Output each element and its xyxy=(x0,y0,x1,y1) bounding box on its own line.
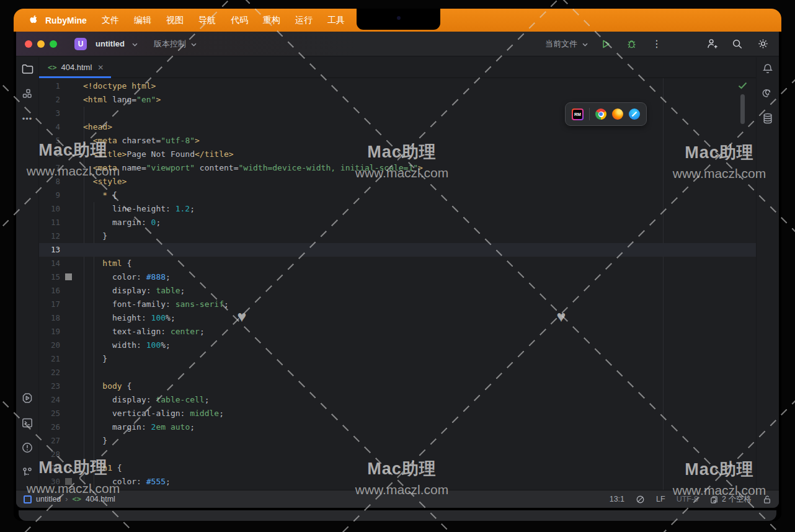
folder-icon[interactable] xyxy=(20,61,35,76)
line-number: 1 xyxy=(39,79,60,93)
code-line-28[interactable]: 28 xyxy=(39,448,756,461)
code-line-16[interactable]: 16 display: table; xyxy=(39,284,756,298)
line-separator[interactable]: LF xyxy=(656,495,665,503)
code-line-10[interactable]: 10 line-height: 1.2; xyxy=(39,202,756,216)
code-line-5[interactable]: 5 <meta charset="utf-8"> xyxy=(39,134,756,148)
code-editor[interactable]: 1<!doctype html>2<html lang="en">34<head… xyxy=(39,78,756,490)
more-icon[interactable]: ⋮ xyxy=(649,37,664,51)
database-icon[interactable] xyxy=(760,111,775,126)
notifications-icon[interactable] xyxy=(760,61,775,76)
terminal-icon[interactable] xyxy=(20,415,35,430)
code-text: html { xyxy=(83,257,131,270)
code-line-6[interactable]: 6 <title>Page Not Found</title> xyxy=(39,148,756,161)
invite-user-icon[interactable] xyxy=(704,37,719,51)
ai-assistant-icon[interactable] xyxy=(760,86,775,101)
close-icon[interactable]: ✕ xyxy=(97,63,104,72)
menu-item-5[interactable]: 代码 xyxy=(231,15,248,26)
firefox-icon[interactable] xyxy=(612,109,623,120)
code-line-15[interactable]: 15 color: #888; xyxy=(39,270,756,284)
menu-item-6[interactable]: 重构 xyxy=(263,15,280,26)
search-icon[interactable] xyxy=(730,37,745,51)
minimize-window-button[interactable] xyxy=(37,40,45,48)
left-tool-stripe: ••• xyxy=(16,57,39,490)
code-line-4[interactable]: 4<head> xyxy=(39,120,756,134)
services-icon[interactable] xyxy=(20,391,35,406)
line-number: 17 xyxy=(39,298,60,311)
code-line-22[interactable]: 22 xyxy=(39,366,756,379)
line-number: 15 xyxy=(39,270,60,284)
git-branch-icon[interactable] xyxy=(20,465,35,480)
file-encoding[interactable]: UTF-8 xyxy=(677,495,698,503)
menu-item-7[interactable]: 运行 xyxy=(295,15,313,26)
dock-strip xyxy=(19,510,776,521)
code-line-12[interactable]: 12 } xyxy=(39,229,756,243)
code-text: } xyxy=(83,434,107,448)
project-name: untitled xyxy=(95,39,125,48)
line-number: 22 xyxy=(39,366,60,379)
code-line-7[interactable]: 7 <meta name="viewport" content="width=d… xyxy=(39,161,756,175)
apple-icon[interactable] xyxy=(27,15,37,25)
code-line-19[interactable]: 19 text-align: center; xyxy=(39,325,756,339)
code-text: <html lang="en"> xyxy=(83,93,161,107)
zoom-window-button[interactable] xyxy=(50,40,57,48)
code-line-24[interactable]: 24 display: table-cell; xyxy=(39,393,756,407)
menu-item-8[interactable]: 工具 xyxy=(327,15,345,26)
code-line-25[interactable]: 25 vertical-align: middle; xyxy=(39,407,756,420)
indent-config-icon xyxy=(709,495,719,504)
menu-item-4[interactable]: 导航 xyxy=(198,15,216,26)
code-line-18[interactable]: 18 height: 100%; xyxy=(39,311,756,325)
inspections-ok-icon[interactable] xyxy=(738,82,747,89)
breadcrumb-project[interactable]: untitled xyxy=(36,495,61,503)
code-line-17[interactable]: 17 font-family: sans-serif; xyxy=(39,298,756,311)
vcs-widget[interactable]: 版本控制 xyxy=(154,38,197,50)
more-tool-windows-icon[interactable]: ••• xyxy=(20,111,35,126)
structure-icon[interactable] xyxy=(20,86,35,101)
tab-404-html[interactable]: <> 404.html ✕ xyxy=(39,57,111,78)
code-line-29[interactable]: 29 h1 { xyxy=(39,461,756,475)
code-line-20[interactable]: 20 width: 100%; xyxy=(39,339,756,352)
code-line-13[interactable]: 13 xyxy=(39,243,756,257)
code-line-23[interactable]: 23 body { xyxy=(39,379,756,393)
problems-icon[interactable] xyxy=(20,440,35,455)
menu-item-1[interactable]: 文件 xyxy=(102,15,119,26)
code-text: * { xyxy=(83,188,117,202)
code-line-26[interactable]: 26 margin: 2em auto; xyxy=(39,420,756,434)
safari-icon[interactable] xyxy=(629,109,640,120)
code-text: width: 100%; xyxy=(83,339,171,352)
rubymine-icon[interactable]: RM xyxy=(572,109,584,120)
code-line-3[interactable]: 3 xyxy=(39,107,756,120)
menu-item-3[interactable]: 视图 xyxy=(166,15,184,26)
code-line-8[interactable]: 8 <style> xyxy=(39,175,756,188)
code-line-11[interactable]: 11 margin: 0; xyxy=(39,216,756,229)
editor-scrollbar-thumb[interactable] xyxy=(740,94,745,124)
indent-widget[interactable]: 2 个空格 xyxy=(709,494,752,505)
chrome-icon[interactable] xyxy=(595,109,606,120)
menu-item-app[interactable]: RubyMine xyxy=(45,16,87,25)
code-line-9[interactable]: 9 * { xyxy=(39,188,756,202)
code-text: display: table; xyxy=(83,284,185,298)
code-line-21[interactable]: 21 } xyxy=(39,352,756,366)
code-text: } xyxy=(83,229,107,243)
menu-item-2[interactable]: 编辑 xyxy=(134,15,151,26)
run-icon[interactable] xyxy=(598,37,613,51)
code-line-2[interactable]: 2<html lang="en"> xyxy=(39,93,756,107)
color-preview-swatch[interactable] xyxy=(65,273,72,280)
run-configuration-selector[interactable]: 当前文件 xyxy=(545,38,588,50)
unlock-icon[interactable] xyxy=(763,495,771,504)
close-window-button[interactable] xyxy=(25,40,32,48)
code-line-30[interactable]: 30 color: #555; xyxy=(39,475,756,489)
code-text: color: #888; xyxy=(83,270,171,284)
line-number: 14 xyxy=(39,257,60,270)
code-line-1[interactable]: 1<!doctype html> xyxy=(39,79,756,93)
project-widget[interactable]: U untitled xyxy=(74,38,138,50)
code-line-27[interactable]: 27 } xyxy=(39,434,756,448)
highlighting-off-icon[interactable] xyxy=(636,495,645,504)
debug-icon[interactable] xyxy=(624,37,639,51)
breadcrumb-file[interactable]: 404.html xyxy=(86,495,115,503)
code-line-14[interactable]: 14 html { xyxy=(39,257,756,270)
settings-icon[interactable] xyxy=(755,37,770,51)
caret-position[interactable]: 13:1 xyxy=(610,495,624,503)
line-number: 11 xyxy=(39,216,60,229)
color-preview-swatch[interactable] xyxy=(65,478,72,485)
tab-label: 404.html xyxy=(61,63,92,72)
